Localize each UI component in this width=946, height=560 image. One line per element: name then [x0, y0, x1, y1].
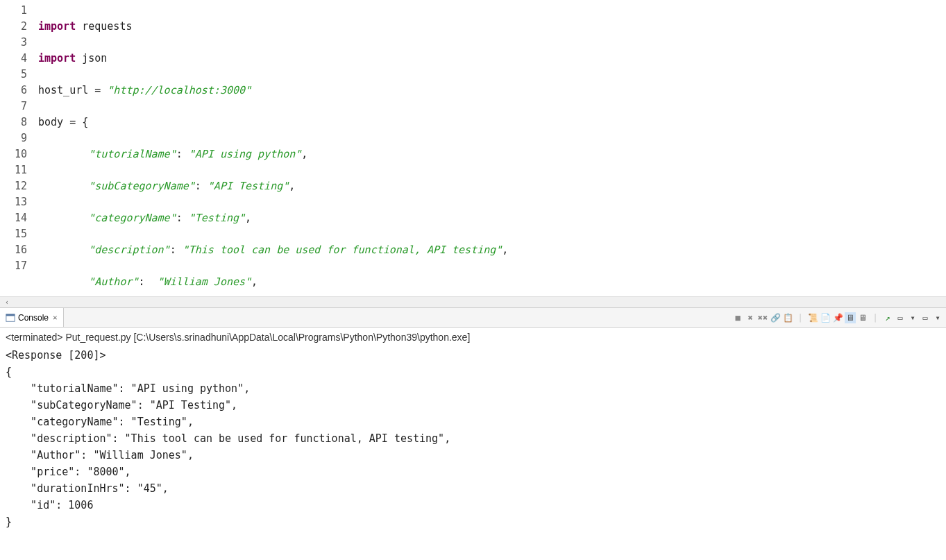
minimize-icon[interactable]: ▭ [895, 312, 906, 323]
dict-key: "categoryName" [88, 212, 176, 224]
keyword: import [38, 20, 76, 33]
menu-dropdown-icon[interactable]: ▾ [932, 312, 943, 323]
line-number: 16 [0, 242, 27, 258]
line-number: 2 [0, 19, 27, 35]
pin-console-icon[interactable]: 📌 [832, 312, 843, 323]
display-console-icon[interactable]: 🖥 [845, 312, 856, 323]
divider: | [870, 312, 881, 323]
line-number: 1 [0, 3, 27, 19]
line-number: 4 [0, 51, 27, 67]
close-tab-icon[interactable]: ✕ [53, 313, 58, 322]
scroll-left-icon[interactable]: ‹ [1, 298, 12, 307]
dict-value: "API using python" [189, 148, 302, 160]
string-literal: "http://localhost:3000" [107, 84, 251, 96]
code-editor[interactable]: import requests import json host_url = "… [31, 0, 946, 296]
line-number: 10 [0, 146, 27, 162]
new-view-icon[interactable]: ↗ [882, 312, 893, 323]
open-console-icon[interactable]: 🖥 [857, 312, 868, 323]
line-number: 8 [0, 114, 27, 130]
console-panel-header: Console ✕ ■ ✖ ✖✖ 🔗 📋 | 📜 📄 📌 🖥 🖥 | ↗ ▭ ▾… [0, 308, 946, 328]
line-number: 12 [0, 178, 27, 194]
line-number: 11 [0, 162, 27, 178]
dict-value: "This tool can be used for functional, A… [183, 244, 502, 256]
tab-label: Console [18, 313, 49, 323]
editor-pane: 1 2 3 4 5 6 7 8 9 10 11 12 13 14 15 16 1… [0, 0, 946, 308]
dict-key: "tutorialName" [88, 148, 176, 160]
line-number: 9 [0, 130, 27, 146]
line-number-gutter: 1 2 3 4 5 6 7 8 9 10 11 12 13 14 15 16 1… [0, 0, 31, 296]
console-toolbar: ■ ✖ ✖✖ 🔗 📋 | 📜 📄 📌 🖥 🖥 | ↗ ▭ ▾ ▭ ▾ [732, 312, 946, 323]
scroll-lock-icon[interactable]: 📜 [807, 312, 818, 323]
line-number: 7 [0, 99, 27, 114]
menu-dropdown-icon[interactable]: ▾ [907, 312, 918, 323]
module-name: requests [82, 20, 132, 33]
dict-value: "API Testing" [208, 180, 289, 192]
line-number: 15 [0, 226, 27, 242]
svg-rect-1 [6, 314, 15, 316]
clear-icon[interactable]: 📋 [782, 312, 793, 323]
dict-value: "Testing" [189, 212, 245, 224]
dict-key: "description" [88, 244, 169, 256]
console-pane: <terminated> Put_request.py [C:\Users\s.… [0, 328, 946, 560]
code-text: body = { [38, 116, 88, 128]
line-number: 5 [0, 67, 27, 83]
line-number: 14 [0, 210, 27, 226]
horizontal-scrollbar[interactable]: ‹ [0, 296, 946, 307]
console-output[interactable]: <Response [200]> { "tutorialName": "API … [0, 346, 946, 560]
terminate-icon[interactable]: ■ [732, 312, 743, 323]
tab-console[interactable]: Console ✕ [0, 308, 64, 327]
console-icon [6, 313, 15, 323]
code-text: host_url = [38, 84, 107, 96]
console-launch-title: <terminated> Put_request.py [C:\Users\s.… [0, 328, 946, 346]
line-number: 13 [0, 194, 27, 210]
line-number: 3 [0, 35, 27, 51]
word-wrap-icon[interactable]: 📄 [820, 312, 831, 323]
maximize-icon[interactable]: ▭ [920, 312, 931, 323]
relaunch-icon[interactable]: 🔗 [770, 312, 781, 323]
line-number: 17 [0, 258, 27, 274]
remove-all-icon[interactable]: ✖✖ [757, 312, 768, 323]
remove-launch-icon[interactable]: ✖ [745, 312, 756, 323]
dict-key: "subCategoryName" [88, 180, 195, 192]
dict-value: "William Jones" [158, 275, 251, 288]
dict-key: "Author" [88, 275, 138, 288]
divider: | [795, 312, 806, 323]
keyword: import [38, 52, 76, 65]
module-name: json [82, 52, 107, 65]
line-number: 6 [0, 83, 27, 99]
